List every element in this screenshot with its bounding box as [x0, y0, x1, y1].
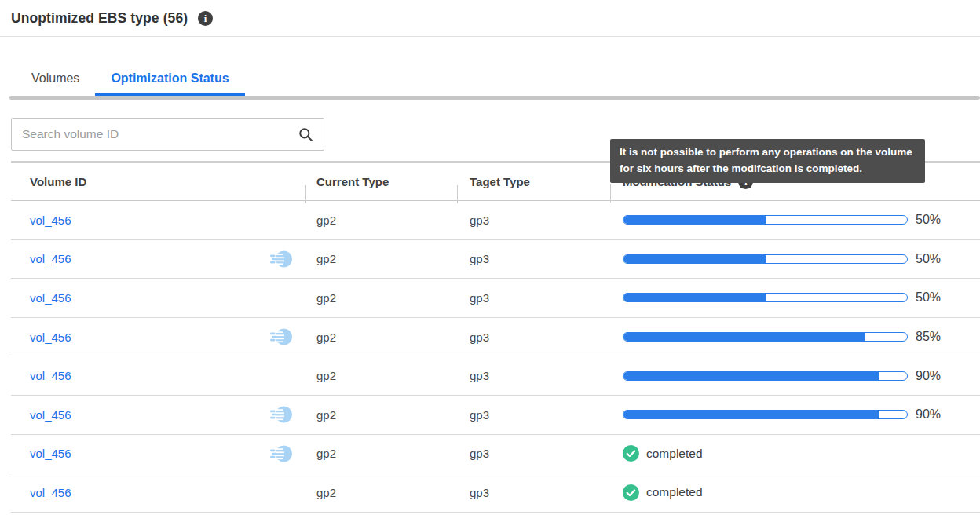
column-header-current-type: Current Type [305, 175, 457, 188]
current-type-cell: gp2 [305, 252, 457, 265]
column-header-target-type: Taget Type [457, 175, 610, 188]
fast-icon [270, 444, 292, 464]
progress-percent: 85% [916, 330, 941, 344]
modification-status-cell: 85% [610, 330, 980, 344]
progress-bar [623, 215, 908, 225]
table-row: vol_456 gp2 [11, 473, 980, 513]
target-type-cell: gp3 [457, 252, 610, 265]
volume-id-cell: vol_456 [11, 366, 305, 386]
progress-group: 50% [623, 252, 941, 266]
table-row: vol_456 gp2 [11, 396, 980, 435]
progress-percent: 90% [916, 407, 941, 422]
tab-volumes[interactable]: Volumes [16, 64, 95, 96]
progress-percent: 50% [916, 252, 941, 266]
table-row: vol_456 gp2 [11, 318, 980, 357]
info-icon[interactable]: i [198, 11, 213, 26]
modification-status-tooltip: It is not possible to perform any operat… [610, 139, 925, 183]
progress-group: 50% [623, 213, 941, 227]
completed-label: completed [646, 447, 703, 461]
optimization-table: Volume ID Current Type Taget Type Modifi… [11, 161, 980, 513]
volume-id-link[interactable]: vol_456 [30, 408, 71, 422]
volume-id-cell: vol_456 [11, 444, 305, 464]
progress-fill [623, 216, 766, 224]
current-type-cell: gp2 [305, 331, 457, 344]
modification-status-cell: 50% [610, 213, 980, 227]
table-row: vol_456 gp2 [11, 279, 980, 318]
current-type-cell: gp2 [305, 486, 457, 499]
progress-bar [623, 293, 908, 302]
progress-group: 50% [623, 290, 941, 305]
volume-id-link[interactable]: vol_456 [30, 252, 71, 265]
modification-status-cell: completed [610, 445, 980, 462]
target-type-cell: gp3 [457, 486, 610, 499]
search-box [11, 118, 324, 151]
search-icon[interactable] [298, 127, 313, 142]
fast-icon [270, 249, 292, 269]
table-row: vol_456 gp2 [11, 201, 980, 240]
fast-icon [270, 404, 292, 425]
tabs-underline [9, 96, 980, 100]
modification-status-cell: 50% [610, 252, 980, 266]
progress-percent: 50% [916, 213, 941, 227]
current-type-cell: gp2 [305, 369, 457, 382]
modification-status-cell: 90% [610, 407, 980, 422]
column-header-volume-id: Volume ID [11, 175, 305, 188]
current-type-cell: gp2 [305, 447, 457, 460]
volume-id-cell: vol_456 [11, 249, 305, 269]
progress-bar [623, 371, 908, 381]
volume-id-link[interactable]: vol_456 [30, 214, 71, 227]
completed-group: completed [623, 445, 703, 462]
progress-bar [623, 410, 908, 419]
progress-fill [623, 294, 766, 301]
search-input[interactable] [22, 127, 298, 141]
target-type-cell: gp3 [457, 447, 610, 460]
current-type-cell: gp2 [305, 214, 457, 227]
progress-bar [623, 332, 908, 342]
current-type-cell: gp2 [305, 408, 457, 422]
progress-fill [623, 372, 879, 380]
volume-id-cell: vol_456 [11, 210, 305, 230]
tab-volumes-label: Volumes [31, 71, 79, 86]
fast-icon [270, 327, 292, 347]
progress-fill [623, 255, 766, 263]
volume-id-cell: vol_456 [11, 404, 305, 425]
progress-percent: 50% [916, 290, 941, 305]
completed-label: completed [646, 485, 703, 499]
target-type-cell: gp3 [457, 291, 610, 305]
page-title: Unoptimized EBS type (56) [11, 10, 188, 27]
progress-bar [623, 254, 908, 264]
target-type-cell: gp3 [457, 369, 610, 382]
check-circle-icon [623, 445, 639, 462]
table-row: vol_456 gp2 [11, 356, 980, 396]
table-row: vol_456 gp2 [11, 435, 980, 474]
progress-fill [623, 333, 865, 341]
tab-optimization-status-label: Optimization Status [111, 71, 229, 86]
modification-status-cell: completed [610, 484, 980, 501]
progress-group: 90% [623, 407, 941, 422]
tabs: Volumes Optimization Status [0, 64, 980, 96]
volume-id-link[interactable]: vol_456 [30, 486, 71, 499]
progress-group: 90% [623, 369, 941, 383]
volume-id-link[interactable]: vol_456 [30, 331, 71, 344]
progress-fill [623, 411, 879, 418]
volume-id-cell: vol_456 [11, 482, 305, 502]
completed-group: completed [623, 484, 703, 501]
target-type-cell: gp3 [457, 408, 610, 422]
modification-status-cell: 90% [610, 369, 980, 383]
target-type-cell: gp3 [457, 331, 610, 344]
volume-id-cell: vol_456 [11, 287, 305, 308]
check-circle-icon [623, 484, 639, 501]
progress-percent: 90% [916, 369, 941, 383]
volume-id-link[interactable]: vol_456 [30, 369, 71, 382]
page-header: Unoptimized EBS type (56) i [0, 0, 980, 37]
current-type-cell: gp2 [305, 291, 457, 305]
modification-status-cell: 50% [610, 290, 980, 305]
table-row: vol_456 gp2 [11, 240, 980, 279]
volume-id-link[interactable]: vol_456 [30, 447, 71, 460]
table-body: vol_456 gp2 [11, 201, 980, 513]
volume-id-cell: vol_456 [11, 327, 305, 347]
target-type-cell: gp3 [457, 214, 610, 227]
volume-id-link[interactable]: vol_456 [30, 291, 71, 305]
progress-group: 85% [623, 330, 941, 344]
tab-optimization-status[interactable]: Optimization Status [95, 64, 244, 96]
